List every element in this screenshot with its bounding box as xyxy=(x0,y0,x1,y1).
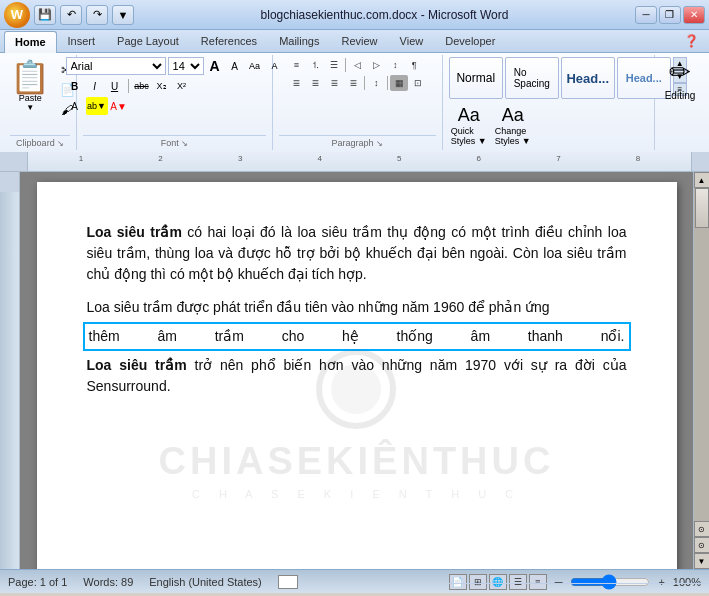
line-spacing-btn[interactable]: ↕ xyxy=(367,75,385,91)
ruler-scale: 1 2 3 4 5 6 7 8 xyxy=(28,152,691,171)
bold-btn[interactable]: B xyxy=(66,77,84,95)
tab-references[interactable]: References xyxy=(190,30,268,52)
grow-font-btn[interactable]: A xyxy=(206,57,224,75)
hl-word-8: thanh xyxy=(528,326,563,347)
shrink-font-btn[interactable]: A xyxy=(226,57,244,75)
font-size-select[interactable]: 14 xyxy=(168,57,204,75)
quick-save-btn[interactable]: 💾 xyxy=(34,5,56,25)
paste-dropdown-arrow[interactable]: ▼ xyxy=(26,103,34,112)
editing-content: ✏ Editing xyxy=(665,57,696,133)
font-row2: B I U abc X₂ X² xyxy=(66,77,191,95)
style-heading1-btn[interactable]: Head... xyxy=(561,57,615,99)
highlight-btn[interactable]: ab▼ xyxy=(86,97,108,115)
tab-review[interactable]: Review xyxy=(330,30,388,52)
hl-word-1: thêm xyxy=(89,326,120,347)
subscript-btn[interactable]: X₂ xyxy=(153,77,171,95)
tab-insert[interactable]: Insert xyxy=(57,30,107,52)
title-left: W 💾 ↶ ↷ ▼ xyxy=(4,2,134,28)
tab-developer[interactable]: Developer xyxy=(434,30,506,52)
scroll-bottom-btns: ⊙ ⊙ ▼ xyxy=(694,521,710,569)
para3-bold: Loa siêu trầm xyxy=(87,357,187,373)
ribbon-help-btn[interactable]: ❓ xyxy=(678,30,705,52)
quick-redo-btn[interactable]: ↷ xyxy=(86,5,108,25)
language: English (United States) xyxy=(149,576,262,588)
style-nospacing-btn[interactable]: NoSpacing xyxy=(505,57,559,99)
text-effect-btn[interactable]: A xyxy=(66,97,84,115)
paragraph-dialog-btn[interactable]: ↘ xyxy=(376,139,383,148)
window-controls: ─ ❐ ✕ xyxy=(635,6,705,24)
para-divider3 xyxy=(387,76,388,90)
ribbon-group-styles: Normal NoSpacing Head... Head... ▲ ▼ ≡ A… xyxy=(443,55,655,150)
close-btn[interactable]: ✕ xyxy=(683,6,705,24)
select-browse-btn[interactable]: ⊙ xyxy=(694,537,710,553)
minimize-btn[interactable]: ─ xyxy=(635,6,657,24)
hl-word-5: hệ xyxy=(342,326,359,347)
paste-button[interactable]: 📋 Paste ▼ xyxy=(4,57,56,116)
underline-btn[interactable]: U xyxy=(106,77,124,95)
macro-btn[interactable] xyxy=(278,575,298,589)
scroll-up-btn[interactable]: ▲ xyxy=(694,172,710,188)
increase-indent-btn[interactable]: ▷ xyxy=(367,57,385,73)
quick-undo-btn[interactable]: ↶ xyxy=(60,5,82,25)
para2-text: Loa siêu trầm được phát triển đầu tiên v… xyxy=(87,299,550,315)
paragraph-2: Loa siêu trầm được phát triển đầu tiên v… xyxy=(87,297,627,318)
superscript-btn[interactable]: X² xyxy=(173,77,191,95)
multilevel-btn[interactable]: ☰ xyxy=(325,57,343,73)
change-styles-icon: Aa xyxy=(502,105,524,126)
ruler-num-6: 6 xyxy=(477,154,481,163)
borders-btn[interactable]: ⊡ xyxy=(409,75,427,91)
highlighted-text-box: thêm âm trầm cho hệ thống âm thanh nổi. xyxy=(83,322,631,351)
styles-btns-row: Aa QuickStyles ▼ Aa ChangeStyles ▼ xyxy=(449,103,687,148)
prev-page-btn[interactable]: ⊙ xyxy=(694,521,710,537)
quick-styles-btn[interactable]: Aa QuickStyles ▼ xyxy=(449,103,489,148)
styles-label: Styles ↘ xyxy=(449,583,709,596)
justify-btn[interactable]: ≡ xyxy=(344,75,362,91)
hl-word-2: âm xyxy=(157,326,176,347)
font-color-btn[interactable]: A▼ xyxy=(110,97,128,115)
shading-btn[interactable]: ▦ xyxy=(390,75,408,91)
tab-view[interactable]: View xyxy=(389,30,435,52)
hl-word-3: trầm xyxy=(215,326,244,347)
styles-content: Normal NoSpacing Head... Head... ▲ ▼ ≡ A… xyxy=(449,57,687,148)
paste-btn-container: 📋 Paste ▼ xyxy=(4,57,56,116)
style-normal-btn[interactable]: Normal xyxy=(449,57,503,99)
next-page-btn[interactable]: ▼ xyxy=(694,553,710,569)
ruler-num-5: 5 xyxy=(397,154,401,163)
strikethrough-btn[interactable]: abc xyxy=(133,77,151,95)
show-marks-btn[interactable]: ¶ xyxy=(405,57,423,73)
change-case-btn[interactable]: Aa xyxy=(246,57,264,75)
ruler-num-7: 7 xyxy=(556,154,560,163)
restore-btn[interactable]: ❐ xyxy=(659,6,681,24)
ruler-num-4: 4 xyxy=(317,154,321,163)
quick-custom-btn[interactable]: ▼ xyxy=(112,5,134,25)
tab-mailings[interactable]: Mailings xyxy=(268,30,330,52)
numbering-btn[interactable]: ⒈ xyxy=(306,57,324,73)
sort-btn[interactable]: ↕ xyxy=(386,57,404,73)
para1-bold: Loa siêu trầm xyxy=(87,224,182,240)
scroll-thumb[interactable] xyxy=(695,188,709,228)
styles-boxes-row: Normal NoSpacing Head... Head... ▲ ▼ ≡ xyxy=(449,57,687,99)
paragraph-1: Loa siêu trầm có hai loại đó là loa siêu… xyxy=(87,222,627,285)
align-right-btn[interactable]: ≡ xyxy=(325,75,343,91)
tab-page-layout[interactable]: Page Layout xyxy=(106,30,190,52)
align-left-btn[interactable]: ≡ xyxy=(287,75,305,91)
font-dialog-btn[interactable]: ↘ xyxy=(181,139,188,148)
font-divider1 xyxy=(128,79,129,93)
vertical-scrollbar[interactable]: ▲ ⊙ ⊙ ▼ xyxy=(693,172,709,569)
italic-btn[interactable]: I xyxy=(86,77,104,95)
decrease-indent-btn[interactable]: ◁ xyxy=(348,57,366,73)
office-button[interactable]: W xyxy=(4,2,30,28)
para-divider1 xyxy=(345,58,346,72)
align-center-btn[interactable]: ≡ xyxy=(306,75,324,91)
font-name-select[interactable]: Arial xyxy=(66,57,166,75)
tab-home[interactable]: Home xyxy=(4,31,57,53)
change-styles-btn[interactable]: Aa ChangeStyles ▼ xyxy=(493,103,533,148)
ruler-left-margin xyxy=(0,152,28,171)
scroll-track xyxy=(694,188,709,521)
bullets-btn[interactable]: ≡ xyxy=(287,57,305,73)
editing-icon[interactable]: ✏ xyxy=(669,57,691,88)
clipboard-dialog-btn[interactable]: ↘ xyxy=(57,139,64,148)
font-label: Font ↘ xyxy=(83,135,266,148)
para-row2: ≡ ≡ ≡ ≡ ↕ ▦ ⊡ xyxy=(287,75,427,91)
font-row3: A ab▼ A▼ xyxy=(66,97,128,115)
